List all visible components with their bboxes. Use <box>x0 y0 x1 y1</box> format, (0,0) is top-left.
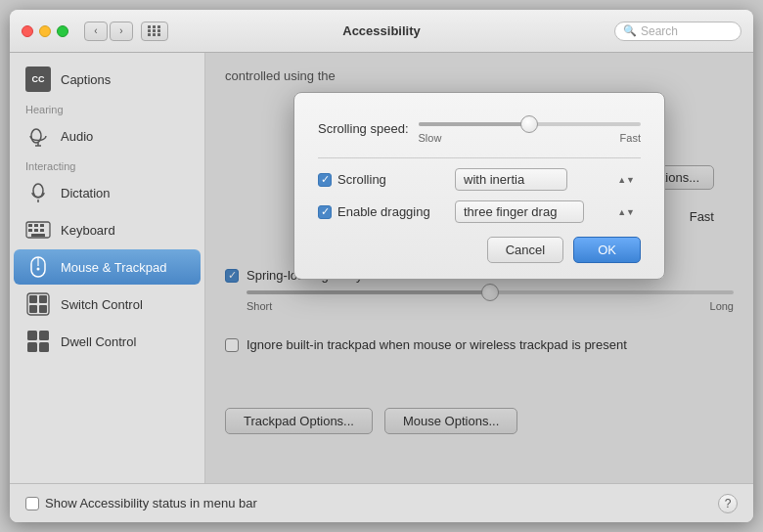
svg-rect-11 <box>40 229 44 232</box>
scrolling-speed-row: Scrolling speed: Slow Fast <box>318 112 641 144</box>
select-arrow-icon: ▲▼ <box>617 207 635 217</box>
sidebar-item-mouse-trackpad[interactable]: Mouse & Trackpad <box>14 249 201 285</box>
main-window: ‹ › Accessibility 🔍 Search CC Captions <box>10 10 753 522</box>
select-arrow-icon: ▲▼ <box>617 175 635 185</box>
sidebar-item-label: Captions <box>61 72 111 87</box>
scrolling-speed-slider-container: Slow Fast <box>419 112 642 144</box>
svg-rect-7 <box>34 224 38 227</box>
minimize-button[interactable] <box>39 25 51 37</box>
svg-rect-8 <box>40 224 44 227</box>
sidebar-item-label: Keyboard <box>61 223 115 238</box>
speed-labels: Slow Fast <box>419 132 642 144</box>
enable-dragging-label: Enable dragging <box>337 204 430 219</box>
dictation-icon <box>25 180 51 205</box>
section-interacting: Interacting <box>10 155 204 174</box>
svg-rect-12 <box>31 234 45 237</box>
search-box[interactable]: 🔍 Search <box>614 22 741 41</box>
svg-rect-6 <box>28 224 32 227</box>
modal-overlay: Scrolling speed: Slow Fast <box>205 53 753 483</box>
scrolling-select[interactable]: with inertia without inertia <box>455 168 567 191</box>
svg-rect-17 <box>29 295 37 303</box>
scrolling-speed-track[interactable] <box>419 122 642 126</box>
captions-icon: CC <box>25 66 51 92</box>
scrolling-label: Scrolling <box>337 172 386 187</box>
sidebar-item-label: Dictation <box>61 186 111 200</box>
sidebar-item-label: Mouse & Trackpad <box>61 260 166 275</box>
forward-button[interactable]: › <box>110 22 133 41</box>
sidebar-item-dwell-control[interactable]: Dwell Control <box>14 324 201 359</box>
search-input[interactable]: Search <box>641 24 678 38</box>
sidebar: CC Captions Hearing Audio Interacting <box>10 53 205 483</box>
audio-icon <box>25 123 51 149</box>
sidebar-item-label: Dwell Control <box>61 334 136 349</box>
scrolling-checkbox-label: ✓ Scrolling <box>318 172 445 187</box>
dwell-icon <box>25 329 51 354</box>
svg-rect-10 <box>34 229 38 232</box>
fast-label: Fast <box>620 132 641 144</box>
svg-rect-18 <box>39 295 47 303</box>
svg-rect-9 <box>28 229 32 232</box>
sidebar-item-label: Audio <box>61 129 93 144</box>
scrolling-select-wrapper: with inertia without inertia ▲▼ <box>455 168 641 191</box>
main-content: CC Captions Hearing Audio Interacting <box>10 53 753 483</box>
svg-rect-22 <box>39 331 49 340</box>
scrolling-row: ✓ Scrolling with inertia without inertia… <box>318 168 641 191</box>
sidebar-item-keyboard[interactable]: Keyboard <box>14 212 201 247</box>
keyboard-icon <box>25 217 51 243</box>
sidebar-item-label: Switch Control <box>61 297 143 312</box>
svg-point-15 <box>37 268 40 271</box>
grid-icon <box>148 25 161 36</box>
titlebar: ‹ › Accessibility 🔍 Search <box>10 10 753 53</box>
modal-divider <box>318 157 641 158</box>
dragging-row: ✓ Enable dragging three finger drag with… <box>318 200 641 223</box>
modal-buttons: Cancel OK <box>318 237 641 263</box>
sidebar-item-switch-control[interactable]: Switch Control <box>14 287 201 322</box>
svg-rect-19 <box>29 305 37 313</box>
slow-label: Slow <box>419 132 442 144</box>
search-icon: 🔍 <box>623 24 637 37</box>
bottom-bar: Show Accessibility status in menu bar ? <box>10 483 753 522</box>
window-title: Accessibility <box>342 23 421 38</box>
mouse-icon <box>25 254 51 280</box>
status-bar-checkbox-row: Show Accessibility status in menu bar <box>25 496 257 510</box>
back-button[interactable]: ‹ <box>84 22 108 41</box>
scrolling-speed-label: Scrolling speed: <box>318 121 409 136</box>
ok-button[interactable]: OK <box>573 237 641 263</box>
modal-dialog: Scrolling speed: Slow Fast <box>293 92 665 280</box>
nav-buttons: ‹ › <box>84 22 133 41</box>
section-hearing: Hearing <box>10 98 204 117</box>
scrolling-checkbox[interactable]: ✓ <box>318 173 332 187</box>
sidebar-item-captions[interactable]: CC Captions <box>14 62 201 97</box>
dragging-select-wrapper: three finger drag with drag lock without… <box>455 200 641 223</box>
sidebar-item-audio[interactable]: Audio <box>14 118 201 154</box>
close-button[interactable] <box>22 25 33 37</box>
enable-dragging-checkbox[interactable]: ✓ <box>318 205 332 219</box>
svg-rect-21 <box>27 331 37 340</box>
switch-icon <box>25 291 51 317</box>
svg-rect-23 <box>27 342 37 352</box>
svg-point-3 <box>33 184 43 198</box>
traffic-lights <box>22 25 68 37</box>
sidebar-item-dictation[interactable]: Dictation <box>14 175 201 210</box>
scrolling-speed-thumb[interactable] <box>520 115 538 133</box>
svg-rect-24 <box>39 342 49 352</box>
help-button[interactable]: ? <box>718 494 738 513</box>
enable-dragging-checkbox-label: ✓ Enable dragging <box>318 204 445 219</box>
status-bar-label: Show Accessibility status in menu bar <box>45 496 257 510</box>
content-area: controlled using the Options... Fast ✓ S… <box>205 53 753 483</box>
status-bar-checkbox[interactable] <box>25 497 39 510</box>
svg-rect-20 <box>39 305 47 313</box>
grid-view-button[interactable] <box>141 22 168 41</box>
dragging-select[interactable]: three finger drag with drag lock without… <box>455 200 584 223</box>
maximize-button[interactable] <box>57 25 68 37</box>
cancel-button[interactable]: Cancel <box>487 237 563 263</box>
